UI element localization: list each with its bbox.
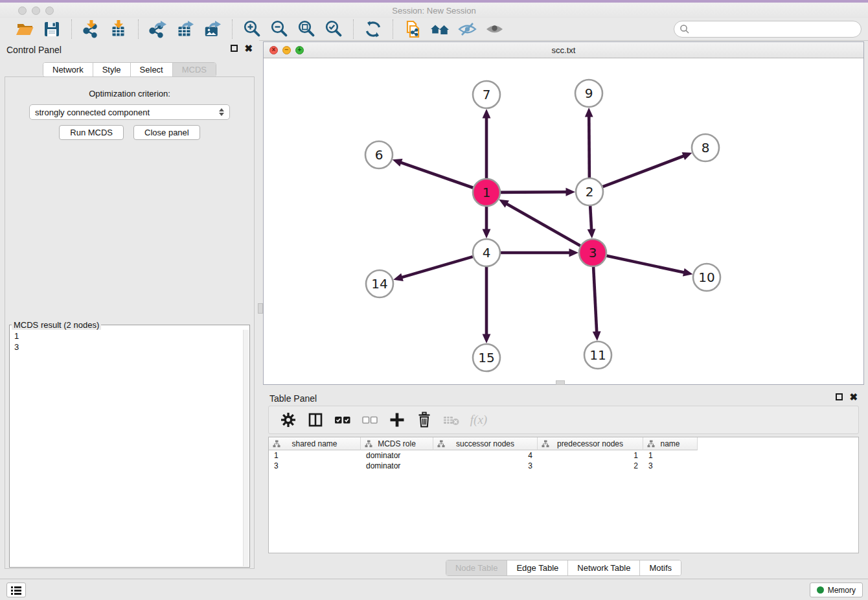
horizontal-splitter-handle[interactable] [556,380,565,385]
close-table-panel-icon[interactable]: ✖ [849,393,858,400]
export-table-button[interactable] [172,19,199,40]
memory-label: Memory [828,586,856,595]
graph-edge-1-6[interactable] [400,162,474,187]
create-column-icon [387,410,407,430]
network-window-titlebar: × − + scc.txt [264,42,863,58]
tab-node-table[interactable]: Node Table [446,560,508,575]
graph-node-label-10: 10 [698,270,714,285]
column-header-name[interactable]: name [643,437,698,450]
column-header-MCDS-role[interactable]: MCDS role [361,437,433,450]
graph-node-label-11: 11 [589,347,606,363]
delete-columns-button[interactable] [413,408,436,432]
network-canvas[interactable]: 7968124314101511 [264,58,863,384]
show-all-icon [485,19,504,39]
delete-table-button [440,408,463,432]
table-cell: 3 [433,461,538,471]
table-row[interactable]: 1dominator411 [269,450,858,461]
tab-select[interactable]: Select [131,63,173,76]
table-cell: 2 [538,461,643,471]
network-window-title: scc.txt [264,45,863,55]
save-session-button[interactable] [38,19,65,40]
export-image-button[interactable] [199,19,226,40]
table-row[interactable]: 3dominator323 [269,461,858,471]
import-table-button[interactable] [105,19,132,40]
open-file-button[interactable] [11,19,38,40]
vertical-splitter-handle[interactable] [258,303,263,314]
tab-network[interactable]: Network [43,63,93,76]
open-file-icon [15,19,34,39]
tab-network-table[interactable]: Network Table [568,560,640,575]
tab-style[interactable]: Style [93,63,131,76]
table-settings-button[interactable] [277,408,300,432]
table-cell: 1 [269,450,361,461]
graph-node-label-14: 14 [371,276,387,292]
zoom-out-button[interactable] [266,19,293,40]
zoom-selected-button[interactable] [320,19,347,40]
toolbar-group [5,19,72,39]
import-table-icon [109,19,128,39]
column-layout-icon [306,410,325,430]
graph-edge-3-1[interactable] [506,203,580,246]
export-network-button[interactable] [144,19,172,40]
edge-arrowhead-icon [588,229,596,238]
hide-all-columns-button[interactable] [358,408,382,432]
edge-arrowhead-icon [483,229,491,239]
mcds-result-box: MCDS result (2 nodes) 13 [9,320,250,568]
tab-mcds[interactable]: MCDS [173,63,216,76]
search-container [674,21,862,38]
result-scrollbar[interactable] [243,330,249,566]
create-column-button[interactable] [385,408,409,432]
toolbar-group [72,19,139,39]
main-toolbar [0,18,868,41]
memory-button[interactable]: Memory [810,583,863,597]
hide-selected-button[interactable] [453,19,481,40]
graph-edge-3-11[interactable] [593,267,597,333]
graph-edge-1-2[interactable] [501,192,567,192]
graph-edge-4-14[interactable] [401,257,473,277]
column-header-shared-name[interactable]: shared name [269,437,361,450]
column-type-icon [273,440,280,448]
network-view-window: × − + scc.txt 7968124314101511 [263,41,864,385]
zoom-fit-button[interactable] [293,19,320,40]
hide-all-columns-icon [360,410,380,430]
table-cell: dominator [361,461,433,471]
column-header-successor-nodes[interactable]: successor nodes [433,437,538,450]
import-network-button[interactable] [78,19,105,40]
graph-node-label-9: 9 [585,86,593,101]
toolbar-group [233,19,354,39]
graph-edge-2-3[interactable] [590,206,591,231]
close-panel-button[interactable]: Close panel [133,125,200,140]
graph-node-label-1: 1 [483,185,491,200]
column-header-predecessor-nodes[interactable]: predecessor nodes [538,437,643,450]
clone-network-button[interactable] [399,19,426,40]
save-session-icon [42,19,62,39]
tab-motifs[interactable]: Motifs [640,560,681,575]
zoom-in-button[interactable] [238,19,266,40]
graph-node-label-7: 7 [483,87,491,102]
tab-edge-table[interactable]: Edge Table [507,560,568,575]
mcds-result-title: MCDS result (2 nodes) [12,320,101,330]
memory-status-icon [817,586,824,594]
graph-node-label-3: 3 [589,245,597,260]
float-table-panel-icon[interactable] [836,393,843,400]
column-header-label: name [660,439,680,448]
task-history-button[interactable] [6,583,26,597]
close-panel-icon[interactable]: ✖ [244,45,253,52]
window-title: Session: New Session [0,6,868,16]
toolbar-group [139,19,233,39]
zoom-fit-icon [297,19,316,39]
show-all-columns-button[interactable] [331,408,354,432]
search-input[interactable] [674,21,862,38]
graph-edge-2-9[interactable] [589,115,589,178]
refresh-layout-button[interactable] [360,19,387,40]
table-tabs-container: Node TableEdge TableNetwork TableMotifs [263,560,864,576]
graph-edge-2-8[interactable] [603,156,685,187]
show-all-button[interactable] [481,19,508,40]
first-neighbors-button[interactable] [426,19,453,40]
run-mcds-button[interactable]: Run MCDS [59,125,124,140]
control-panel-title: Control Panel [6,45,62,55]
column-layout-button[interactable] [304,408,327,432]
graph-edge-3-10[interactable] [607,256,685,273]
float-panel-icon[interactable] [231,45,238,52]
criterion-dropdown[interactable]: strongly connected component [29,104,230,120]
